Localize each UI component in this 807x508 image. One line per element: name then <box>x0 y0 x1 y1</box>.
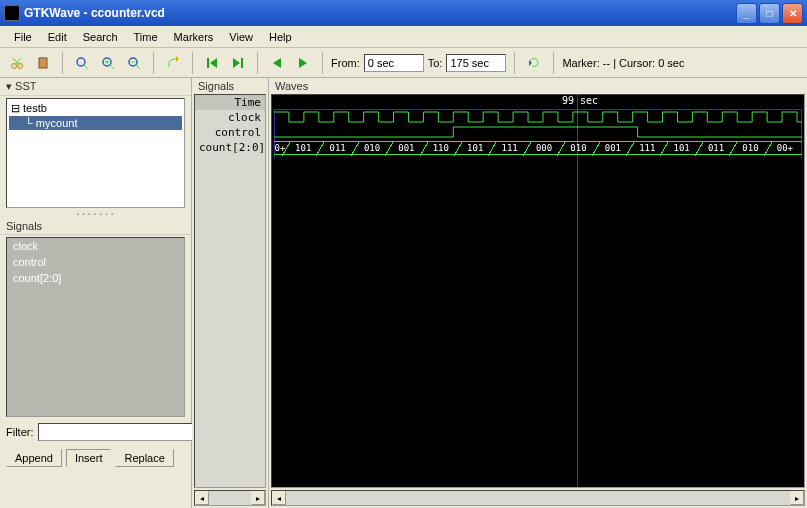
filter-input[interactable] <box>38 423 209 441</box>
wave-clock <box>274 111 802 123</box>
signals-panel-header: Signals <box>0 218 191 235</box>
goto-start-icon[interactable] <box>201 52 223 74</box>
signals-hscroll[interactable]: ◂ ▸ <box>194 490 266 506</box>
tree-node-root[interactable]: ⊟ testb <box>9 101 182 116</box>
signal-names-header: Signals <box>192 78 268 94</box>
close-button[interactable]: ✕ <box>782 3 803 24</box>
waves-canvas[interactable]: 99 sec 0+1010110100011101011110000100011… <box>271 94 805 488</box>
paste-icon[interactable] <box>32 52 54 74</box>
status-text: Marker: -- | Cursor: 0 sec <box>562 57 684 69</box>
signal-row-count[interactable]: count[2:0] <box>195 140 265 155</box>
waves-column: Waves 99 sec 0+1010110100011101011110000… <box>269 78 807 508</box>
signals-panel: Signals clock control count[2:0] <box>0 218 191 419</box>
titlebar: GTKWave - ccounter.vcd _ □ ✕ <box>0 0 807 26</box>
goto-end-icon[interactable] <box>227 52 249 74</box>
insert-button[interactable]: Insert <box>66 449 112 467</box>
append-button[interactable]: Append <box>6 449 62 467</box>
left-panel: ▾ SST ⊟ testb └ mycount • • • • • • • Si… <box>0 78 192 508</box>
maximize-button[interactable]: □ <box>759 3 780 24</box>
sst-header: ▾ SST <box>0 78 191 96</box>
svg-rect-5 <box>41 57 45 59</box>
scroll-left-icon[interactable]: ◂ <box>195 491 209 505</box>
wave-control <box>274 126 802 138</box>
svg-marker-15 <box>176 56 179 62</box>
count-segment: 00+ <box>768 141 802 155</box>
to-label: To: <box>428 57 443 69</box>
panel-splitter[interactable]: • • • • • • • <box>0 210 191 218</box>
wave-count: 0+10101101000111010111100001000111110101… <box>274 141 802 155</box>
cut-icon[interactable] <box>6 52 28 74</box>
from-label: From: <box>331 57 360 69</box>
scroll-right-icon[interactable]: ▸ <box>790 491 804 505</box>
signal-names-body: Time clock control count[2:0] <box>194 94 266 488</box>
svg-line-9 <box>110 65 114 69</box>
svg-marker-20 <box>273 58 281 68</box>
signal-item-clock[interactable]: clock <box>7 238 184 254</box>
svg-rect-4 <box>39 58 47 68</box>
menu-time[interactable]: Time <box>126 29 166 45</box>
menu-search[interactable]: Search <box>75 29 126 45</box>
signal-row-time[interactable]: Time <box>195 95 265 110</box>
prev-edge-icon[interactable] <box>266 52 288 74</box>
svg-marker-19 <box>233 58 240 68</box>
scroll-track[interactable] <box>209 491 251 505</box>
minimize-button[interactable]: _ <box>736 3 757 24</box>
svg-rect-16 <box>207 58 209 68</box>
from-input[interactable] <box>364 54 424 72</box>
main-area: ▾ SST ⊟ testb └ mycount • • • • • • • Si… <box>0 78 807 508</box>
signal-item-count[interactable]: count[2:0] <box>7 270 184 286</box>
signal-names-column: Signals Time clock control count[2:0] ◂ … <box>192 78 269 508</box>
zoom-out-icon[interactable] <box>123 52 145 74</box>
svg-line-13 <box>136 65 140 69</box>
replace-button[interactable]: Replace <box>115 449 173 467</box>
scroll-left-icon[interactable]: ◂ <box>272 491 286 505</box>
window-title: GTKWave - ccounter.vcd <box>24 6 736 20</box>
next-edge-icon[interactable] <box>292 52 314 74</box>
filter-label: Filter: <box>6 426 34 438</box>
zoom-in-icon[interactable] <box>97 52 119 74</box>
sst-tree[interactable]: ⊟ testb └ mycount <box>6 98 185 208</box>
undo-icon[interactable] <box>162 52 184 74</box>
tree-node-mycount[interactable]: └ mycount <box>9 116 182 130</box>
svg-marker-21 <box>299 58 307 68</box>
signals-list[interactable]: clock control count[2:0] <box>6 237 185 417</box>
waves-header: Waves <box>269 78 807 94</box>
signal-row-control[interactable]: control <box>195 125 265 140</box>
svg-marker-17 <box>210 58 217 68</box>
menu-edit[interactable]: Edit <box>40 29 75 45</box>
scroll-track[interactable] <box>286 491 790 505</box>
waves-hscroll[interactable]: ◂ ▸ <box>271 490 805 506</box>
window-controls: _ □ ✕ <box>736 3 803 24</box>
signal-item-control[interactable]: control <box>7 254 184 270</box>
menu-help[interactable]: Help <box>261 29 300 45</box>
svg-rect-18 <box>241 58 243 68</box>
menubar: File Edit Search Time Markers View Help <box>0 26 807 48</box>
svg-line-7 <box>84 65 88 69</box>
menu-file[interactable]: File <box>6 29 40 45</box>
to-input[interactable] <box>446 54 506 72</box>
menu-view[interactable]: View <box>221 29 261 45</box>
time-marker-label: 99 sec <box>562 95 598 106</box>
scroll-right-icon[interactable]: ▸ <box>251 491 265 505</box>
signal-row-clock[interactable]: clock <box>195 110 265 125</box>
zoom-fit-icon[interactable] <box>71 52 93 74</box>
app-icon <box>4 5 20 21</box>
svg-point-6 <box>77 58 85 66</box>
button-row: Append Insert Replace <box>0 445 191 471</box>
menu-markers[interactable]: Markers <box>166 29 222 45</box>
filter-row: Filter: <box>0 419 191 445</box>
toolbar: From: To: Marker: -- | Cursor: 0 sec <box>0 48 807 78</box>
reload-icon[interactable] <box>523 52 545 74</box>
